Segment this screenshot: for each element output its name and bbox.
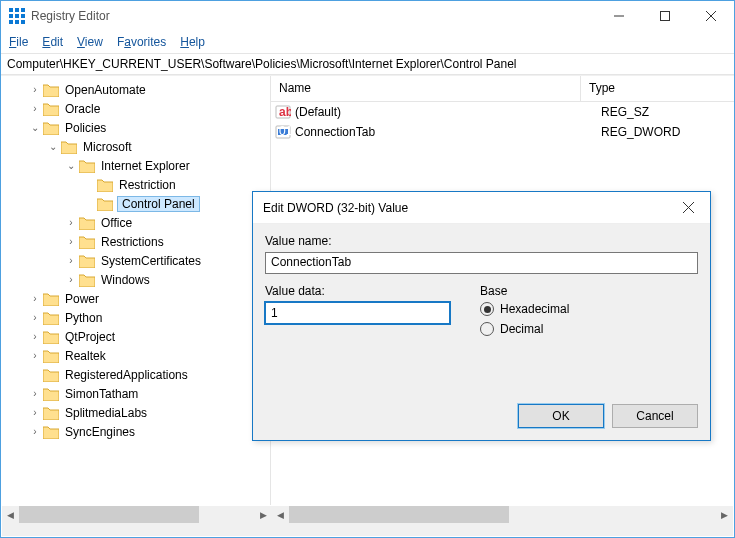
tree-item[interactable]: SyncEngines (63, 425, 137, 439)
chevron-down-icon[interactable]: ⌄ (27, 120, 43, 136)
folder-icon (97, 197, 113, 211)
folder-icon (79, 159, 95, 173)
chevron-right-icon[interactable]: › (27, 386, 43, 402)
tree-scrollbar[interactable]: ◀ ▶ (2, 506, 272, 523)
list-scrollbar[interactable]: ◀ ▶ (272, 506, 733, 523)
value-name: ConnectionTab (295, 125, 601, 139)
chevron-down-icon[interactable]: ⌄ (45, 139, 61, 155)
list-row[interactable]: 011 ConnectionTab REG_DWORD (271, 122, 734, 142)
tree-item[interactable]: Restriction (117, 178, 178, 192)
dialog-title: Edit DWORD (32-bit) Value (263, 201, 408, 215)
value-data-input[interactable] (265, 302, 450, 324)
svg-rect-5 (21, 14, 25, 18)
svg-rect-7 (15, 20, 19, 24)
svg-text:011: 011 (279, 124, 291, 138)
value-data-label: Value data: (265, 284, 450, 298)
dword-value-icon: 011 (275, 124, 291, 140)
chevron-right-icon[interactable]: › (27, 405, 43, 421)
list-row[interactable]: ab (Default) REG_SZ (271, 102, 734, 122)
chevron-right-icon[interactable]: › (27, 329, 43, 345)
folder-icon (43, 330, 59, 344)
chevron-down-icon[interactable]: ⌄ (63, 158, 79, 174)
folder-icon (43, 102, 59, 116)
folder-icon (43, 121, 59, 135)
chevron-right-icon[interactable]: › (27, 310, 43, 326)
column-name[interactable]: Name (271, 76, 581, 101)
folder-icon (61, 140, 77, 154)
tree-item[interactable]: Policies (63, 121, 108, 135)
menu-view[interactable]: View (77, 35, 103, 49)
folder-icon (43, 387, 59, 401)
tree-item[interactable]: Restrictions (99, 235, 166, 249)
folder-icon (97, 178, 113, 192)
folder-icon (43, 349, 59, 363)
scroll-thumb[interactable] (19, 506, 199, 523)
svg-rect-6 (9, 20, 13, 24)
tree-item[interactable]: RegisteredApplications (63, 368, 190, 382)
chevron-right-icon[interactable]: › (27, 291, 43, 307)
chevron-right-icon[interactable]: › (63, 272, 79, 288)
svg-text:ab: ab (279, 105, 291, 119)
chevron-right-icon[interactable]: › (63, 234, 79, 250)
scroll-right-icon[interactable]: ▶ (255, 506, 272, 523)
tree-item[interactable]: Python (63, 311, 104, 325)
status-bar (2, 523, 733, 536)
value-name: (Default) (295, 105, 601, 119)
scroll-left-icon[interactable]: ◀ (272, 506, 289, 523)
tree-item[interactable]: Power (63, 292, 101, 306)
tree-item[interactable]: Realtek (63, 349, 108, 363)
chevron-right-icon[interactable]: › (63, 215, 79, 231)
radio-decimal[interactable]: Decimal (480, 322, 569, 336)
scroll-thumb[interactable] (289, 506, 509, 523)
maximize-button[interactable] (642, 1, 688, 31)
scroll-right-icon[interactable]: ▶ (716, 506, 733, 523)
chevron-right-icon[interactable]: › (27, 424, 43, 440)
tree-pane[interactable]: ›OpenAutomate ›Oracle ⌄Policies ⌄Microso… (1, 76, 271, 505)
minimize-button[interactable] (596, 1, 642, 31)
svg-rect-4 (15, 14, 19, 18)
folder-icon (79, 254, 95, 268)
scroll-left-icon[interactable]: ◀ (2, 506, 19, 523)
tree-item[interactable]: Windows (99, 273, 152, 287)
folder-icon (43, 311, 59, 325)
svg-rect-10 (661, 12, 670, 21)
folder-icon (79, 216, 95, 230)
folder-icon (43, 406, 59, 420)
ok-button[interactable]: OK (518, 404, 604, 428)
menu-help[interactable]: Help (180, 35, 205, 49)
tree-item[interactable]: SystemCertificates (99, 254, 203, 268)
edit-dword-dialog: Edit DWORD (32-bit) Value Value name: Co… (252, 191, 711, 441)
tree-item-selected[interactable]: Control Panel (117, 196, 200, 212)
tree-item[interactable]: Microsoft (81, 140, 134, 154)
value-name-label: Value name: (265, 234, 698, 248)
tree-item[interactable]: Office (99, 216, 134, 230)
svg-rect-1 (15, 8, 19, 12)
radio-hexadecimal[interactable]: Hexadecimal (480, 302, 569, 316)
dialog-close-button[interactable] (666, 192, 710, 224)
window-title: Registry Editor (31, 9, 110, 23)
folder-icon (79, 273, 95, 287)
chevron-right-icon[interactable]: › (27, 101, 43, 117)
chevron-right-icon[interactable]: › (27, 348, 43, 364)
menu-edit[interactable]: Edit (42, 35, 63, 49)
menu-bar: File Edit View Favorites Help (1, 31, 734, 53)
value-type: REG_DWORD (601, 125, 680, 139)
chevron-right-icon[interactable]: › (27, 82, 43, 98)
tree-item[interactable]: Internet Explorer (99, 159, 192, 173)
cancel-button[interactable]: Cancel (612, 404, 698, 428)
menu-file[interactable]: File (9, 35, 28, 49)
list-header: Name Type (271, 76, 734, 102)
address-bar[interactable]: Computer\HKEY_CURRENT_USER\Software\Poli… (1, 53, 734, 75)
tree-item[interactable]: OpenAutomate (63, 83, 148, 97)
menu-favorites[interactable]: Favorites (117, 35, 166, 49)
tree-item[interactable]: SimonTatham (63, 387, 140, 401)
tree-item[interactable]: QtProject (63, 330, 117, 344)
chevron-right-icon[interactable]: › (63, 253, 79, 269)
column-type[interactable]: Type (581, 76, 623, 101)
svg-rect-8 (21, 20, 25, 24)
folder-icon (43, 368, 59, 382)
close-button[interactable] (688, 1, 734, 31)
tree-item[interactable]: Oracle (63, 102, 102, 116)
tree-item[interactable]: SplitmediaLabs (63, 406, 149, 420)
value-name-field[interactable]: ConnectionTab (265, 252, 698, 274)
